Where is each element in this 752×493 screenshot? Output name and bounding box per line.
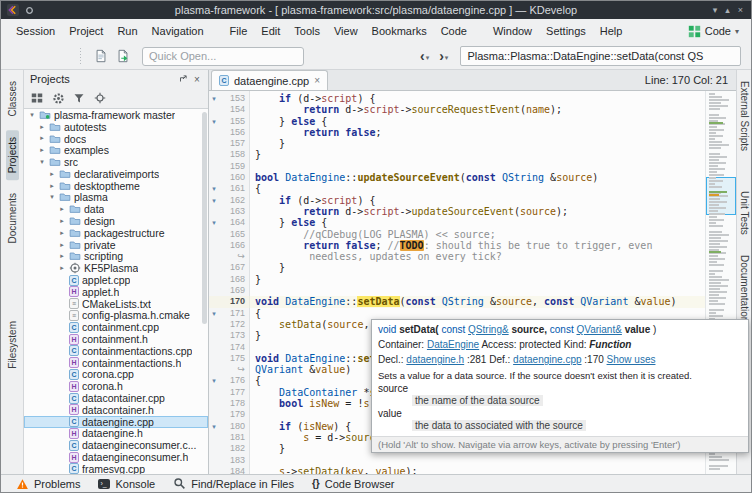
- line-number[interactable]: 166: [219, 240, 249, 251]
- tree-scrollbar[interactable]: [202, 112, 207, 324]
- line-number[interactable]: 154: [219, 104, 249, 115]
- fold-marker-icon[interactable]: ▾: [209, 217, 219, 228]
- line-number[interactable]: 182: [219, 443, 249, 454]
- tree-item-autotests[interactable]: ▸autotests: [24, 121, 208, 133]
- status-konsole[interactable]: ›_Konsole: [89, 475, 164, 492]
- dock-tab-external-scripts[interactable]: External Scripts: [738, 74, 751, 158]
- tree-item-dataengineconsumer-h[interactable]: Hdataengineconsumer.h: [24, 451, 208, 463]
- line-number[interactable]: 181: [219, 432, 249, 443]
- code-line[interactable]: {: [249, 183, 706, 194]
- expander-icon[interactable]: ▾: [28, 111, 36, 119]
- tree-item-design[interactable]: ▸design: [24, 215, 208, 227]
- dock-tab-classes[interactable]: Classes: [6, 74, 19, 124]
- menu-session[interactable]: Session: [9, 19, 62, 43]
- fold-marker-icon[interactable]: ▾: [209, 93, 219, 104]
- status-code-browser[interactable]: {}Code Browser: [303, 475, 404, 492]
- menu-project[interactable]: Project: [62, 19, 110, 43]
- tooltip-link[interactable]: DataEngine: [427, 339, 479, 350]
- fold-marker-icon[interactable]: ▾: [209, 183, 219, 194]
- document-icon[interactable]: [90, 45, 112, 67]
- tree-item-corona-cpp[interactable]: Ccorona.cpp: [24, 369, 208, 381]
- menu-window[interactable]: Window: [486, 19, 539, 43]
- line-number[interactable]: 165: [219, 229, 249, 240]
- code-line[interactable]: {: [249, 308, 706, 319]
- tree-item-config-plasma-h-cmake[interactable]: ≡config-plasma.h.cmake: [24, 310, 208, 322]
- line-number[interactable]: 175: [219, 353, 249, 364]
- tree-item-datacontainer-cpp[interactable]: Cdatacontainer.cpp: [24, 392, 208, 404]
- line-number[interactable]: 168: [219, 274, 249, 285]
- menu-help[interactable]: Help: [593, 19, 630, 43]
- menu-view[interactable]: View: [327, 19, 365, 43]
- line-number[interactable]: 161: [219, 183, 249, 194]
- code-line[interactable]: if (d->script) {: [249, 195, 706, 206]
- toolbar-handle[interactable]: [79, 48, 84, 64]
- tooltip-link[interactable]: Show uses: [607, 354, 656, 365]
- breadcrumb[interactable]: Plasma::Plasma::DataEngine::setData(cons…: [460, 46, 741, 66]
- expander-icon[interactable]: ▾: [48, 193, 56, 201]
- locate-document-icon[interactable]: [91, 89, 109, 107]
- line-number[interactable]: 153: [219, 93, 249, 104]
- tree-item-applet-cpp[interactable]: Capplet.cpp: [24, 274, 208, 286]
- fold-marker-icon[interactable]: ▾: [209, 116, 219, 127]
- expander-icon[interactable]: ▸: [58, 252, 66, 260]
- menu-navigation[interactable]: Navigation: [145, 19, 211, 43]
- line-number[interactable]: 170: [219, 296, 249, 307]
- dock-tab-unit-tests[interactable]: Unit Tests: [738, 184, 751, 242]
- close-icon[interactable]: ×: [738, 5, 743, 15]
- status-find-replace-in-files[interactable]: Find/Replace in Files: [164, 475, 303, 492]
- line-number[interactable]: 180: [219, 421, 249, 432]
- configure-icon[interactable]: [49, 89, 67, 107]
- menu-code[interactable]: Code: [434, 19, 474, 43]
- line-number[interactable]: 157: [219, 138, 249, 149]
- forward-button[interactable]: › ▾: [435, 49, 452, 63]
- line-number[interactable]: 173: [219, 330, 249, 341]
- tree-item-docs[interactable]: ▸docs: [24, 133, 208, 145]
- code-line[interactable]: return d->script->updateSourceEvent(sour…: [249, 206, 706, 217]
- line-number[interactable]: 162: [219, 195, 249, 206]
- line-number[interactable]: 169: [219, 285, 249, 296]
- tooltip-link[interactable]: dataengine.h: [406, 354, 464, 365]
- tree-item-dataengine-cpp[interactable]: Cdataengine.cpp: [24, 416, 208, 428]
- tree-item-containment-h[interactable]: Hcontainment.h: [24, 333, 208, 345]
- code-line[interactable]: if (d->script) {: [249, 93, 706, 104]
- expander-icon[interactable]: ▸: [58, 205, 66, 213]
- dock-tab-documentation[interactable]: Documentation: [738, 248, 751, 329]
- code-line[interactable]: s->setData(key, value);: [249, 466, 706, 474]
- code-line[interactable]: return d->script->sourceRequestEvent(nam…: [249, 104, 706, 115]
- grid-view-icon[interactable]: [28, 89, 46, 107]
- line-number[interactable]: 171: [219, 308, 249, 319]
- fold-marker-icon[interactable]: ▾: [209, 375, 219, 386]
- tree-item-examples[interactable]: ▸examples: [24, 144, 208, 156]
- tree-item-private[interactable]: ▸private: [24, 239, 208, 251]
- code-line[interactable]: }: [249, 149, 706, 160]
- fold-marker-icon[interactable]: ▾: [209, 195, 219, 206]
- line-number[interactable]: 164: [219, 217, 249, 228]
- expander-icon[interactable]: ▸: [58, 229, 66, 237]
- tree-item-scripting[interactable]: ▸scripting: [24, 251, 208, 263]
- dock-tab-filesystem[interactable]: Filesystem: [6, 314, 19, 376]
- line-number[interactable]: 158: [219, 149, 249, 160]
- dock-tab-documents[interactable]: Documents: [6, 186, 19, 251]
- line-number[interactable]: 172: [219, 319, 249, 330]
- code-line[interactable]: }: [249, 262, 706, 273]
- code-line[interactable]: }: [249, 274, 706, 285]
- dock-tab-projects[interactable]: Projects: [6, 130, 19, 180]
- line-number[interactable]: 174: [219, 342, 249, 353]
- tree-item-declarativeimports[interactable]: ▸declarativeimports: [24, 168, 208, 180]
- maximize-icon[interactable]: ▴: [725, 5, 730, 15]
- fold-marker-icon[interactable]: ▾: [209, 308, 219, 319]
- tree-item-packagestructure[interactable]: ▸packagestructure: [24, 227, 208, 239]
- close-panel-icon[interactable]: ×: [190, 74, 204, 85]
- line-number[interactable]: 156: [219, 127, 249, 138]
- expander-icon[interactable]: ▸: [38, 123, 46, 131]
- tree-item-datacontainer-h[interactable]: Hdatacontainer.h: [24, 404, 208, 416]
- tooltip-link[interactable]: dataengine.cpp: [513, 354, 581, 365]
- tooltip-link[interactable]: QVariant&: [576, 324, 621, 335]
- expander-icon[interactable]: ▸: [48, 182, 56, 190]
- tree-item-plasma-framework-master[interactable]: ▾plasma-framework master: [24, 109, 208, 121]
- expander-icon[interactable]: ▸: [38, 146, 46, 154]
- line-number[interactable]: 184: [219, 466, 249, 474]
- quick-open-input[interactable]: [142, 47, 304, 66]
- fold-marker-icon[interactable]: ▾: [209, 421, 219, 432]
- line-number[interactable]: 179: [219, 409, 249, 420]
